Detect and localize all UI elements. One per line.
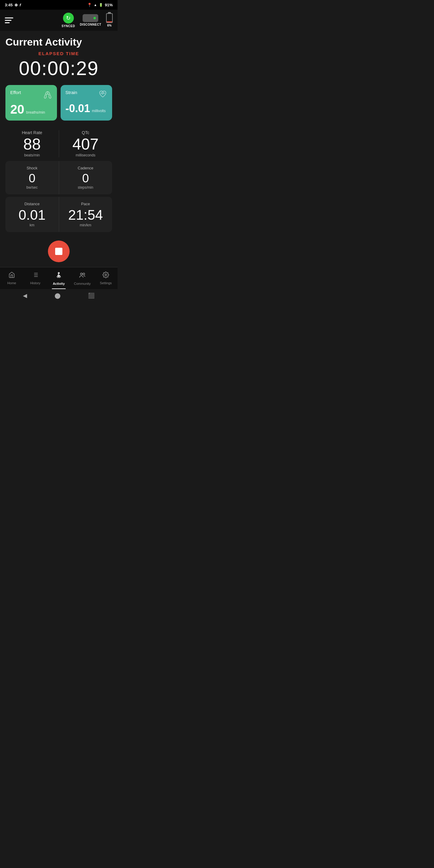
device-battery-pct: 6%	[107, 24, 112, 27]
strain-value: -0.01	[65, 103, 90, 114]
back-button[interactable]: ◀	[23, 292, 27, 299]
time-display: 3:45	[5, 3, 13, 7]
shock-label: Shock	[9, 166, 55, 170]
pace-label: Pace	[63, 202, 109, 206]
svg-point-6	[58, 273, 59, 274]
history-icon	[32, 272, 38, 280]
main-content: Current Activity ELAPSED TIME 00:00:29 E…	[0, 31, 118, 267]
qtc-item: QTc 407 milliseconds	[59, 130, 113, 157]
nav-settings[interactable]: Settings	[94, 270, 118, 287]
effort-unit: breaths/min	[26, 110, 45, 115]
shock-unit: bw/sec	[9, 185, 55, 190]
nav-home[interactable]: Home	[0, 270, 24, 287]
stop-icon	[55, 248, 62, 255]
cadence-unit: steps/min	[63, 185, 109, 190]
nav-active-indicator	[52, 288, 66, 289]
strain-card: Strain -0.01 millivolts	[61, 85, 112, 121]
device-battery: 6%	[106, 13, 113, 27]
pace-item: Pace 21:54 min/km	[59, 197, 113, 232]
app-icon-1: ⊕	[14, 3, 18, 7]
toolbar: ↻ SYNCED DISCONNECT 6%	[0, 10, 118, 31]
disconnect-button[interactable]: DISCONNECT	[80, 14, 101, 26]
battery-body	[106, 13, 113, 23]
nav-home-label: Home	[7, 281, 16, 285]
disconnect-label: DISCONNECT	[80, 23, 101, 26]
qtc-value: 407	[59, 136, 113, 152]
shock-item: Shock 0 bw/sec	[5, 161, 59, 194]
svg-point-8	[83, 273, 85, 275]
disconnect-pill	[83, 14, 98, 22]
recents-button[interactable]: ⬛	[88, 292, 95, 299]
vitals-section: Heart Rate 88 beats/min QTc 407 millisec…	[5, 125, 112, 158]
nav-community-label: Community	[74, 282, 91, 285]
location-icon: 📍	[87, 3, 92, 7]
elapsed-time: 00:00:29	[5, 57, 112, 80]
nav-history-label: History	[30, 281, 40, 285]
qtc-unit: milliseconds	[59, 153, 113, 157]
effort-title: Effort	[10, 90, 21, 95]
heart-rate-label: Heart Rate	[5, 130, 59, 135]
status-left: 3:45 ⊕ f	[5, 3, 21, 7]
heart-organ-icon	[98, 90, 107, 101]
pace-value: 21:54	[63, 208, 109, 222]
cadence-item: Cadence 0 steps/min	[59, 161, 113, 194]
elapsed-label: ELAPSED TIME	[5, 51, 112, 56]
cadence-value: 0	[63, 172, 109, 184]
nav-settings-label: Settings	[100, 281, 112, 285]
heart-rate-value: 88	[5, 136, 59, 152]
effort-card: Effort 20 breaths/min	[5, 85, 57, 121]
distance-unit: km	[9, 223, 55, 227]
toolbar-right: ↻ SYNCED DISCONNECT 6%	[61, 13, 113, 28]
lung-icon	[43, 90, 52, 101]
activity-icon	[55, 272, 62, 281]
stop-button[interactable]	[48, 241, 70, 262]
status-bar: 3:45 ⊕ f 📍 ▲ 🔋 91%	[0, 0, 118, 10]
svg-point-9	[105, 274, 107, 276]
battery-percentage: 91%	[105, 3, 113, 7]
sync-icon: ↻	[63, 13, 74, 24]
distance-value: 0.01	[9, 208, 55, 222]
nav-history[interactable]: History	[24, 270, 47, 287]
shock-value: 0	[9, 172, 55, 184]
cadence-label: Cadence	[63, 166, 109, 170]
vitals-row: Heart Rate 88 beats/min QTc 407 millisec…	[5, 125, 112, 158]
nav-activity-label: Activity	[53, 282, 65, 285]
qtc-label: QTc	[59, 130, 113, 135]
heart-rate-unit: beats/min	[5, 153, 59, 157]
pace-unit: min/km	[63, 223, 109, 227]
distance-pace-row: Distance 0.01 km Pace 21:54 min/km	[5, 197, 112, 232]
community-icon	[79, 272, 86, 281]
distance-label: Distance	[9, 202, 55, 206]
strain-unit: millivolts	[92, 109, 105, 113]
distance-item: Distance 0.01 km	[5, 197, 59, 232]
stats-section: Shock 0 bw/sec Cadence 0 steps/min Dista…	[5, 161, 112, 232]
effort-value: 20	[10, 103, 24, 116]
nav-community[interactable]: Community	[70, 270, 94, 287]
home-icon	[8, 272, 15, 280]
battery-icon: 🔋	[99, 3, 103, 7]
menu-button[interactable]	[5, 18, 13, 23]
shock-cadence-row: Shock 0 bw/sec Cadence 0 steps/min	[5, 161, 112, 194]
svg-point-7	[81, 273, 82, 275]
battery-fill	[107, 22, 112, 22]
page-title: Current Activity	[5, 36, 112, 48]
system-nav: ◀ ⬤ ⬛	[0, 289, 118, 302]
settings-icon	[102, 272, 109, 280]
synced-label: SYNCED	[61, 24, 75, 28]
strain-title: Strain	[65, 90, 77, 95]
synced-button[interactable]: ↻ SYNCED	[61, 13, 75, 28]
heart-rate-item: Heart Rate 88 beats/min	[5, 130, 59, 157]
metric-cards-row: Effort 20 breaths/min Strain	[5, 85, 112, 121]
app-icon-2: f	[20, 3, 21, 7]
stop-btn-container	[5, 235, 112, 267]
status-right: 📍 ▲ 🔋 91%	[87, 3, 113, 7]
bottom-nav: Home History Activity	[0, 267, 118, 289]
wifi-icon: ▲	[94, 3, 97, 7]
nav-activity[interactable]: Activity	[47, 270, 70, 287]
home-button[interactable]: ⬤	[55, 292, 61, 299]
